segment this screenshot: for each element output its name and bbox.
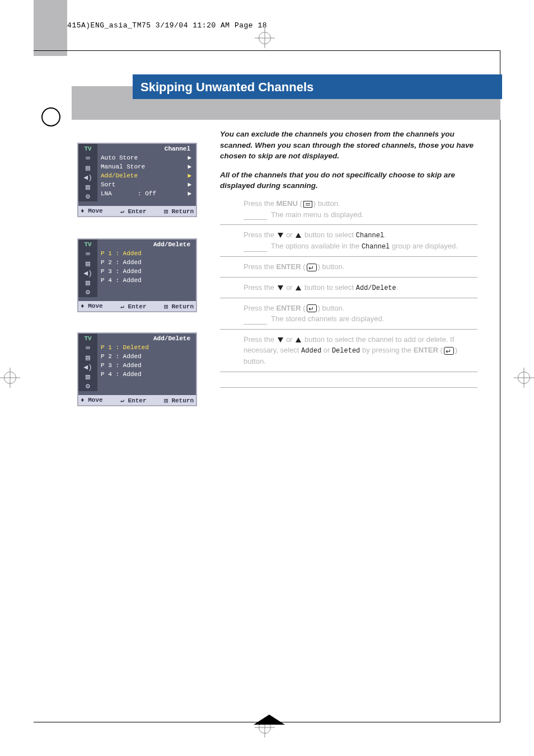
menu-item: Auto Store▶ xyxy=(97,154,196,163)
sound-icon: ◀) xyxy=(78,269,97,278)
down-icon xyxy=(278,233,283,238)
up-icon xyxy=(296,285,301,290)
osd-heading: Add/Delete xyxy=(97,240,196,250)
side-grey-bar xyxy=(34,0,67,56)
step-5: Press the ENTER () button. The stored ch… xyxy=(220,298,477,330)
osd-sidebar: ⌨ ▤ ◀) ▧ ⚙ xyxy=(78,250,97,297)
osd-add-delete-menu: TV Add/Delete ⌨ ▤ ◀) ▧ ⚙ P 1 : Added P 2… xyxy=(77,238,197,312)
section-circle-icon xyxy=(41,107,60,126)
up-icon xyxy=(296,233,301,238)
step-6: Press the or button to select the channe… xyxy=(220,330,477,372)
osd-tv-tab: TV xyxy=(78,334,97,344)
menu-btn-icon xyxy=(303,201,312,208)
picture-icon: ▧ xyxy=(78,372,97,382)
osd-heading: Add/Delete xyxy=(97,334,196,344)
menu-item: Manual Store▶ xyxy=(97,163,196,172)
channel-row: P 2 : Added xyxy=(97,353,196,361)
sound-icon: ◀) xyxy=(78,173,97,182)
osd-add-delete-deleted: TV Add/Delete ⌨ ▤ ◀) ▧ ⚙ P 1 : Deleted P… xyxy=(77,332,197,406)
channel-row-selected: P 1 : Added xyxy=(97,250,196,259)
enter-btn-icon xyxy=(307,304,317,312)
input-icon: ⌨ xyxy=(78,154,97,163)
channel-row-selected: P 1 : Deleted xyxy=(97,344,196,353)
osd-footer: ♦ Move ↵ Enter ▥ Return xyxy=(78,395,196,405)
menu-item: LNA : Off▶ xyxy=(97,190,196,199)
step-divider xyxy=(220,372,477,388)
channel-row: P 3 : Added xyxy=(97,267,196,276)
intro-p1: You can exclude the channels you chosen … xyxy=(220,129,477,162)
menu-item-selected: Add/Delete▶ xyxy=(97,172,196,181)
osd-tv-tab: TV xyxy=(78,144,97,154)
intro-text: You can exclude the channels you chosen … xyxy=(220,129,477,191)
picture-icon: ▧ xyxy=(78,182,97,192)
sound-icon: ◀) xyxy=(78,363,97,372)
input-icon: ⌨ xyxy=(78,250,97,259)
channel-row: P 4 : Added xyxy=(97,370,196,379)
step-1: Press the MENU () button. The main menu … xyxy=(220,194,477,225)
step-3: Press the ENTER () button. xyxy=(220,257,477,278)
osd-tv-tab: TV xyxy=(78,240,97,250)
picture-icon: ▧ xyxy=(78,278,97,288)
osd-sidebar: ⌨ ▤ ◀) ▧ ⚙ xyxy=(78,154,97,201)
osd-footer: ♦ Move ↵ Enter ▥ Return xyxy=(78,206,196,216)
up-icon xyxy=(296,337,301,342)
result-label xyxy=(243,244,267,252)
crop-mark-right xyxy=(514,368,534,388)
result-label xyxy=(243,317,267,325)
doc-header: KS7A(03415A)ENG_asia_TM75 3/19/04 11:20 … xyxy=(35,21,267,30)
crop-mark-left xyxy=(0,368,20,388)
page-up-triangle-icon xyxy=(254,715,285,725)
settings-icon: ⚙ xyxy=(78,382,97,391)
down-icon xyxy=(278,285,283,290)
enter-btn-icon xyxy=(444,347,454,355)
settings-icon: ⚙ xyxy=(78,288,97,297)
osd-heading: Channel xyxy=(97,144,196,154)
menu-icon: ▤ xyxy=(78,259,97,269)
menu-icon: ▤ xyxy=(78,353,97,363)
step-2: Press the or button to select Channel. T… xyxy=(220,225,477,257)
intro-p2: All of the channels that you do not spec… xyxy=(220,170,477,191)
osd-channel-menu: TV Channel ⌨ ▤ ◀) ▧ ⚙ Auto Store▶ Manual… xyxy=(77,143,197,217)
channel-row: P 2 : Added xyxy=(97,259,196,267)
settings-icon: ⚙ xyxy=(78,192,97,201)
menu-item: Sort▶ xyxy=(97,181,196,190)
osd-footer: ♦ Move ↵ Enter ▥ Return xyxy=(78,301,196,311)
input-icon: ⌨ xyxy=(78,344,97,353)
instruction-steps: Press the MENU () button. The main menu … xyxy=(220,194,477,388)
crop-mark-top xyxy=(255,28,275,48)
step-4: Press the or button to select Add/Delete… xyxy=(220,278,477,298)
down-icon xyxy=(278,337,283,342)
osd-sidebar: ⌨ ▤ ◀) ▧ ⚙ xyxy=(78,344,97,391)
enter-btn-icon xyxy=(307,264,317,271)
channel-row: P 4 : Added xyxy=(97,276,196,285)
page-title: Skipping Unwanted Channels xyxy=(133,74,502,99)
menu-icon: ▤ xyxy=(78,163,97,173)
result-label xyxy=(243,212,267,220)
channel-row: P 3 : Added xyxy=(97,361,196,370)
